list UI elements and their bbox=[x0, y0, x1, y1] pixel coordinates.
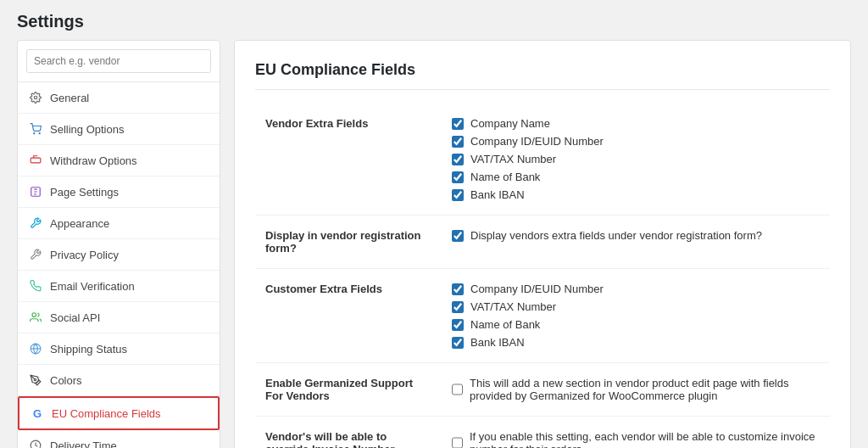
sidebar-icon-email-verification bbox=[28, 278, 43, 294]
sidebar-item-shipping-status[interactable]: Shipping Status bbox=[18, 333, 220, 365]
sidebar-item-social-api[interactable]: Social API bbox=[18, 302, 220, 333]
checkbox-label: Name of Bank bbox=[470, 171, 540, 183]
section-label-germanized-support: Enable Germanized Support For Vendors bbox=[255, 363, 442, 417]
checkbox-row: If you enable this setting, each vendor … bbox=[452, 430, 820, 448]
sidebar-label-shipping-status: Shipping Status bbox=[50, 343, 127, 356]
svg-point-0 bbox=[34, 96, 37, 99]
sidebar-search-container bbox=[18, 41, 220, 82]
checkbox-label: VAT/TAX Number bbox=[470, 300, 556, 313]
checkbox-label: Company ID/EUID Number bbox=[470, 135, 604, 148]
section-row-invoice-number: Vendor's will be able to override Invoic… bbox=[255, 417, 830, 449]
checkbox-invoice-number-0[interactable] bbox=[452, 437, 463, 448]
checkbox-display-registration-0[interactable] bbox=[452, 230, 464, 242]
checkbox-vendor-extra-fields-2[interactable] bbox=[452, 154, 464, 165]
sidebar-icon-shipping-status bbox=[28, 341, 43, 356]
sidebar-icon-withdraw-options bbox=[28, 153, 43, 168]
sidebar-item-general[interactable]: General bbox=[18, 82, 220, 114]
checkbox-customer-extra-fields-1[interactable] bbox=[452, 301, 464, 313]
checkbox-label: Bank IBAN bbox=[470, 188, 525, 201]
sidebar-item-colors[interactable]: Colors bbox=[18, 365, 220, 396]
checkbox-label: If you enable this setting, each vendor … bbox=[470, 430, 820, 448]
section-content-germanized-support: This will add a new section in vendor pr… bbox=[442, 363, 830, 417]
sidebar-item-email-verification[interactable]: Email Verification bbox=[18, 271, 220, 302]
sidebar-label-delivery-time: Delivery Time bbox=[50, 440, 117, 449]
checkbox-label: Display vendors extra fields under vendo… bbox=[470, 229, 762, 242]
checkbox-germanized-support-0[interactable] bbox=[452, 384, 463, 395]
checkbox-vendor-extra-fields-0[interactable] bbox=[452, 118, 464, 130]
sidebar-icon-selling-options bbox=[28, 121, 43, 137]
settings-form: Vendor Extra FieldsCompany NameCompany I… bbox=[255, 104, 830, 448]
sidebar-label-general: General bbox=[50, 92, 89, 104]
checkbox-label: VAT/TAX Number bbox=[470, 153, 556, 165]
sidebar-label-colors: Colors bbox=[50, 374, 82, 387]
sidebar-label-email-verification: Email Verification bbox=[50, 280, 135, 293]
section-content-display-registration: Display vendors extra fields under vendo… bbox=[442, 216, 830, 269]
checkbox-row: VAT/TAX Number bbox=[452, 153, 820, 165]
section-row-germanized-support: Enable Germanized Support For VendorsThi… bbox=[255, 363, 830, 417]
svg-point-2 bbox=[39, 133, 40, 134]
sidebar-label-page-settings: Page Settings bbox=[50, 186, 119, 199]
sidebar-icon-colors bbox=[28, 372, 43, 388]
sidebar-icon-privacy-policy bbox=[28, 247, 43, 262]
section-content-customer-extra-fields: Company ID/EUID NumberVAT/TAX NumberName… bbox=[442, 269, 830, 363]
checkbox-row: Display vendors extra fields under vendo… bbox=[452, 229, 820, 242]
sidebar-icon-general bbox=[28, 90, 43, 105]
checkbox-label: Name of Bank bbox=[470, 318, 540, 331]
checkbox-customer-extra-fields-3[interactable] bbox=[452, 337, 464, 349]
sidebar-item-privacy-policy[interactable]: Privacy Policy bbox=[18, 239, 220, 271]
checkbox-row: Company Name bbox=[452, 117, 820, 130]
page-title: Settings bbox=[0, 0, 868, 40]
svg-point-3 bbox=[32, 313, 36, 317]
sidebar-label-eu-compliance: EU Compliance Fields bbox=[52, 407, 161, 420]
checkbox-customer-extra-fields-0[interactable] bbox=[452, 283, 464, 295]
sidebar-label-selling-options: Selling Options bbox=[50, 123, 124, 136]
sidebar-icon-page-settings bbox=[28, 184, 43, 199]
section-row-display-registration: Display in vendor registration form?Disp… bbox=[255, 216, 830, 269]
svg-point-6 bbox=[34, 378, 36, 380]
sidebar-label-privacy-policy: Privacy Policy bbox=[50, 249, 119, 261]
sidebar-icon-delivery-time bbox=[28, 438, 43, 448]
sidebar-icon-social-api bbox=[28, 310, 43, 325]
checkbox-label: Company Name bbox=[470, 117, 550, 130]
sidebar-item-eu-compliance[interactable]: GEU Compliance Fields bbox=[18, 396, 220, 430]
checkbox-row: Bank IBAN bbox=[452, 336, 820, 349]
section-content-vendor-extra-fields: Company NameCompany ID/EUID NumberVAT/TA… bbox=[442, 104, 830, 216]
checkbox-row: Name of Bank bbox=[452, 171, 820, 183]
checkbox-row: This will add a new section in vendor pr… bbox=[452, 377, 820, 402]
sidebar-icon-eu-compliance: G bbox=[30, 406, 45, 421]
sidebar-item-withdraw-options[interactable]: Withdraw Options bbox=[18, 145, 220, 176]
checkbox-vendor-extra-fields-4[interactable] bbox=[452, 189, 464, 201]
sidebar: GeneralSelling OptionsWithdraw OptionsPa… bbox=[17, 40, 220, 448]
checkbox-vendor-extra-fields-3[interactable] bbox=[452, 171, 464, 183]
checkbox-label: This will add a new section in vendor pr… bbox=[470, 377, 820, 402]
section-content-invoice-number: If you enable this setting, each vendor … bbox=[442, 417, 830, 449]
sidebar-item-appearance[interactable]: Appearance bbox=[18, 208, 220, 239]
section-label-customer-extra-fields: Customer Extra Fields bbox=[255, 269, 442, 363]
checkbox-row: VAT/TAX Number bbox=[452, 300, 820, 313]
sidebar-label-social-api: Social API bbox=[50, 311, 100, 324]
sidebar-item-delivery-time[interactable]: Delivery Time bbox=[18, 430, 220, 448]
section-row-customer-extra-fields: Customer Extra FieldsCompany ID/EUID Num… bbox=[255, 269, 830, 363]
svg-point-1 bbox=[34, 133, 35, 134]
checkbox-vendor-extra-fields-1[interactable] bbox=[452, 136, 464, 148]
checkbox-label: Bank IBAN bbox=[470, 336, 525, 349]
sidebar-icon-appearance bbox=[28, 216, 43, 231]
checkbox-label: Company ID/EUID Number bbox=[470, 283, 604, 295]
main-content: EU Compliance Fields Vendor Extra Fields… bbox=[234, 40, 851, 448]
checkbox-row: Company ID/EUID Number bbox=[452, 283, 820, 295]
checkbox-customer-extra-fields-2[interactable] bbox=[452, 319, 464, 331]
sidebar-item-selling-options[interactable]: Selling Options bbox=[18, 114, 220, 145]
search-input[interactable] bbox=[26, 49, 211, 73]
sidebar-item-page-settings[interactable]: Page Settings bbox=[18, 176, 220, 208]
sidebar-label-withdraw-options: Withdraw Options bbox=[50, 154, 137, 167]
sidebar-label-appearance: Appearance bbox=[50, 217, 109, 230]
section-label-invoice-number: Vendor's will be able to override Invoic… bbox=[255, 417, 442, 449]
section-label-vendor-extra-fields: Vendor Extra Fields bbox=[255, 104, 442, 216]
checkbox-row: Bank IBAN bbox=[452, 188, 820, 201]
checkbox-row: Company ID/EUID Number bbox=[452, 135, 820, 148]
section-title: EU Compliance Fields bbox=[255, 61, 830, 90]
checkbox-row: Name of Bank bbox=[452, 318, 820, 331]
section-row-vendor-extra-fields: Vendor Extra FieldsCompany NameCompany I… bbox=[255, 104, 830, 216]
section-label-display-registration: Display in vendor registration form? bbox=[255, 216, 442, 269]
